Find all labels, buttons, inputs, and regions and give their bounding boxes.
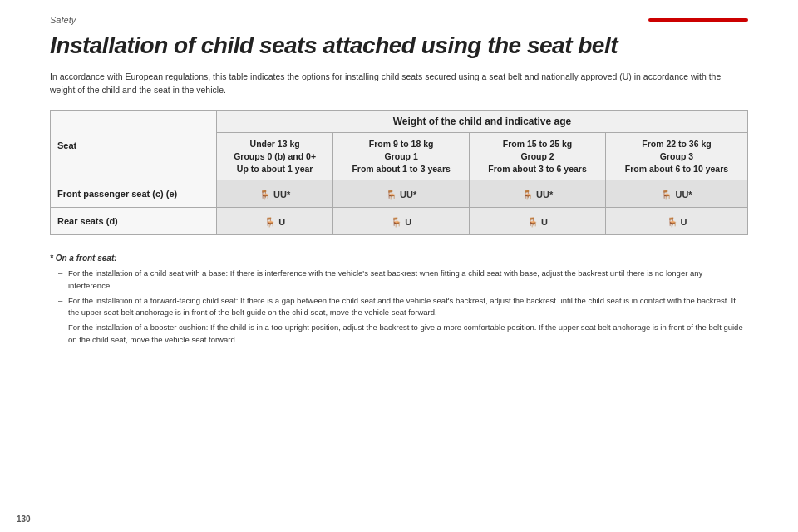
uu-star-icon2: 🪑 UU* <box>386 190 416 200</box>
front-seat-col3: 🪑 UU* <box>470 180 606 208</box>
section-label: Safety <box>50 15 76 25</box>
table-row: Rear seats (d) 🪑 U 🪑 U 🪑 U 🪑 U <box>51 208 748 235</box>
rear-seat-col1: 🪑 U <box>217 208 333 235</box>
front-seat-label: Front passenger seat (c) (e) <box>51 180 217 208</box>
front-seat-col4: 🪑 UU* <box>606 180 748 208</box>
rear-seat-label: Rear seats (d) <box>51 208 217 235</box>
footnote-item-3: For the installation of a booster cushio… <box>58 322 748 346</box>
weight-age-header: Weight of the child and indicative age <box>217 111 748 133</box>
u-icon3: 🪑 U <box>527 217 548 228</box>
u-icon2: 🪑 U <box>391 217 411 228</box>
uu-star-icon4: 🪑 UU* <box>661 190 692 200</box>
footnote-title: * On a front seat: <box>50 252 748 264</box>
child-seat-table: Seat Weight of the child and indicative … <box>50 110 748 235</box>
uu-star-icon: 🪑 UU* <box>259 190 290 200</box>
rear-seat-col3: 🪑 U <box>470 208 606 235</box>
page: Safety Installation of child seats attac… <box>0 0 798 532</box>
rear-seat-col2: 🪑 U <box>333 208 470 235</box>
top-accent-bar <box>648 18 748 22</box>
col3-header: From 15 to 25 kg Group 2 From about 3 to… <box>470 133 606 180</box>
u-icon4: 🪑 U <box>667 217 687 228</box>
footnote-item-2: For the installation of a forward-facing… <box>58 295 748 319</box>
table-row: Front passenger seat (c) (e) 🪑 UU* 🪑 UU*… <box>51 180 748 208</box>
page-number: 130 <box>17 515 31 524</box>
seat-column-header: Seat <box>51 111 217 180</box>
footnote-item-1: For the installation of a child seat wit… <box>58 268 748 292</box>
front-seat-col2: 🪑 UU* <box>333 180 470 208</box>
intro-text: In accordance with European regulations,… <box>50 71 732 97</box>
top-bar: Safety <box>50 15 748 25</box>
footnote-list: For the installation of a child seat wit… <box>50 268 748 346</box>
col1-header: Under 13 kg Groups 0 (b) and 0+ Up to ab… <box>217 133 333 180</box>
footnote-section: * On a front seat: For the installation … <box>50 252 748 346</box>
front-seat-col1: 🪑 UU* <box>217 180 333 208</box>
col2-header: From 9 to 18 kg Group 1 From about 1 to … <box>333 133 470 180</box>
u-icon: 🪑 U <box>264 217 285 228</box>
uu-star-icon3: 🪑 UU* <box>522 190 553 200</box>
rear-seat-col4: 🪑 U <box>606 208 748 235</box>
col4-header: From 22 to 36 kg Group 3 From about 6 to… <box>606 133 748 180</box>
page-title: Installation of child seats attached usi… <box>50 33 748 59</box>
